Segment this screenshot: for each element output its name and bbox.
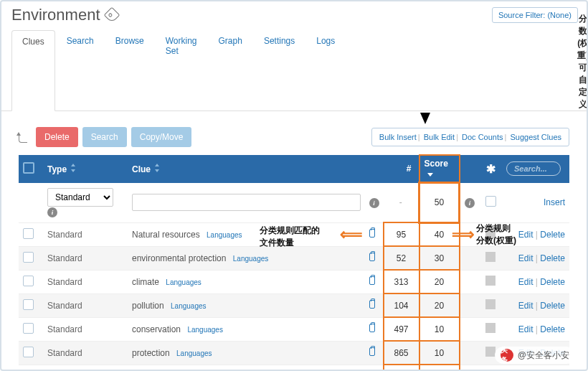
- select-all-checkbox[interactable]: [23, 162, 34, 174]
- row-checkbox[interactable]: [23, 252, 34, 263]
- search-input[interactable]: Search...: [506, 161, 561, 176]
- languages-link[interactable]: Languages: [233, 255, 269, 263]
- bulk-edit-link[interactable]: Bulk Edit: [424, 133, 455, 141]
- doc-counts-link[interactable]: Doc Counts: [462, 133, 503, 141]
- delete-link[interactable]: Delete: [540, 230, 565, 240]
- languages-link[interactable]: Languages: [187, 326, 223, 334]
- clue-text: Natural resources: [132, 230, 200, 240]
- languages-link[interactable]: Languages: [207, 231, 242, 239]
- row-checkbox[interactable]: [23, 347, 34, 357]
- type-cell: Standard: [43, 222, 128, 246]
- type-select[interactable]: Standard: [47, 188, 113, 207]
- type-cell: Standard: [43, 341, 128, 365]
- edit-link[interactable]: Edit: [518, 277, 534, 287]
- col-clue[interactable]: Clue: [128, 155, 365, 183]
- bulk-insert-link[interactable]: Bulk Insert: [379, 133, 417, 141]
- languages-link[interactable]: Languages: [176, 349, 212, 357]
- star-flag[interactable]: [485, 276, 495, 286]
- table-row: StandardNatural resources Languages9540E…: [19, 222, 569, 246]
- row-checkbox[interactable]: [23, 323, 34, 334]
- score-value: 20: [419, 270, 460, 293]
- col-score[interactable]: Score: [419, 155, 460, 183]
- star-flag[interactable]: [485, 347, 495, 357]
- hash-count: 497: [384, 317, 419, 341]
- table-row: Standardpollution Languages10420Edit | D…: [19, 293, 569, 317]
- col-checkbox: [19, 155, 43, 183]
- arrow-left-icon: ⟸: [340, 225, 363, 244]
- delete-link[interactable]: Delete: [540, 253, 565, 263]
- delete-link[interactable]: Delete: [540, 277, 565, 287]
- source-filter-button[interactable]: Source Filter: (None): [492, 7, 578, 23]
- info-icon[interactable]: i: [47, 207, 57, 217]
- clue-text: pollution: [132, 301, 164, 311]
- annotation-score-custom: 分数(权重)可自定义: [577, 13, 588, 111]
- score-input[interactable]: 50: [419, 183, 460, 223]
- arrow-right-icon: ⟹: [452, 225, 475, 244]
- lock-icon[interactable]: [369, 300, 375, 309]
- row-checkbox[interactable]: [23, 299, 34, 310]
- tab-clues[interactable]: Clues: [11, 30, 55, 111]
- type-cell: Standard: [43, 317, 128, 341]
- lock-icon[interactable]: [369, 253, 375, 261]
- corner-arrow-icon: [19, 134, 27, 143]
- row-checkbox[interactable]: [23, 228, 34, 239]
- lock-icon[interactable]: [369, 229, 375, 238]
- star-flag[interactable]: [485, 228, 495, 238]
- sort-icon: [153, 164, 161, 172]
- tab-settings[interactable]: Settings: [254, 30, 305, 111]
- copy-move-button[interactable]: Copy/Move: [131, 127, 192, 147]
- col-type[interactable]: Type: [43, 155, 128, 183]
- languages-link[interactable]: Languages: [171, 302, 207, 310]
- lock-icon[interactable]: [369, 347, 375, 356]
- delete-button[interactable]: Delete: [36, 127, 78, 147]
- sort-desc-icon: [427, 173, 433, 177]
- star-flag[interactable]: [485, 299, 495, 309]
- clue-text: climate: [132, 277, 159, 287]
- type-cell: Standard: [43, 293, 128, 317]
- insert-link[interactable]: Insert: [544, 197, 565, 207]
- languages-link[interactable]: Languages: [166, 278, 201, 286]
- table-row: Standardenvironmental protection Languag…: [19, 246, 569, 270]
- row-checkbox[interactable]: [23, 276, 34, 286]
- clue-input[interactable]: [132, 194, 361, 211]
- star-flag[interactable]: [485, 323, 495, 333]
- score-value: 30: [419, 246, 460, 270]
- score-value: 20: [419, 293, 460, 317]
- col-search: Search...: [502, 155, 569, 183]
- info-icon[interactable]: i: [465, 198, 475, 208]
- edit-link[interactable]: Edit: [518, 230, 534, 240]
- col-hash[interactable]: #: [384, 155, 419, 183]
- table-row: Standardclimate Languages31320Edit | Del…: [19, 270, 569, 293]
- watermark-icon: 头条: [501, 349, 513, 362]
- clue-text: protection: [132, 348, 170, 358]
- lock-icon[interactable]: [369, 324, 375, 332]
- tab-search[interactable]: Search: [57, 30, 104, 111]
- table-row: Standardconservation Languages49710Edit …: [19, 317, 569, 341]
- edit-link[interactable]: Edit: [518, 253, 534, 263]
- tab-bar: Clues Search Browse Working Set Graph Se…: [1, 30, 587, 111]
- col-star[interactable]: ✱: [479, 155, 502, 183]
- delete-link[interactable]: Delete: [540, 324, 565, 334]
- info-icon[interactable]: i: [369, 198, 379, 208]
- hash-count: 313: [384, 270, 419, 293]
- score-value: 10: [419, 341, 460, 365]
- clue-text: environmental protection: [132, 253, 226, 263]
- edit-link[interactable]: Edit: [518, 301, 534, 311]
- clues-table: Type Clue # Score ✱ Search... Standard i…: [19, 154, 569, 371]
- tab-logs[interactable]: Logs: [306, 30, 345, 111]
- hash-count: 95: [384, 222, 419, 246]
- hash-count: 104: [384, 293, 419, 317]
- edit-link[interactable]: Edit: [518, 324, 534, 334]
- tab-graph[interactable]: Graph: [209, 30, 252, 111]
- hash-count: 865: [384, 341, 419, 365]
- search-button[interactable]: Search: [82, 127, 127, 147]
- delete-link[interactable]: Delete: [540, 301, 565, 311]
- star-flag[interactable]: [485, 252, 495, 262]
- lock-icon[interactable]: [369, 276, 375, 285]
- hash-count: 52: [384, 246, 419, 270]
- tab-working-set[interactable]: Working Set: [156, 30, 207, 111]
- suggest-clues-link[interactable]: Suggest Clues: [510, 133, 561, 141]
- tab-browse[interactable]: Browse: [105, 30, 154, 111]
- watermark: 头条 @安全客小安: [495, 347, 575, 364]
- star-checkbox[interactable]: [485, 196, 496, 207]
